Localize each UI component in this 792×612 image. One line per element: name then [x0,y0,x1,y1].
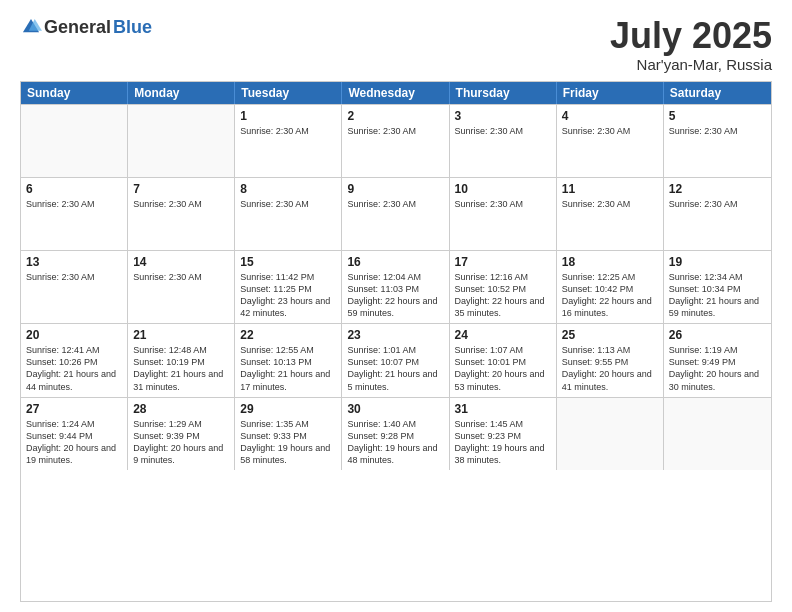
day-info: Sunrise: 2:30 AM [240,125,336,137]
calendar-cell: 10Sunrise: 2:30 AM [450,178,557,250]
day-number: 18 [562,255,658,269]
calendar-week-1: 1Sunrise: 2:30 AM2Sunrise: 2:30 AM3Sunri… [21,104,771,177]
day-info: Sunrise: 2:30 AM [26,271,122,283]
day-info: Sunrise: 1:19 AM Sunset: 9:49 PM Dayligh… [669,344,766,393]
day-info: Sunrise: 2:30 AM [133,271,229,283]
calendar-cell: 16Sunrise: 12:04 AM Sunset: 11:03 PM Day… [342,251,449,324]
day-number: 15 [240,255,336,269]
logo-general: General [44,17,111,38]
day-info: Sunrise: 2:30 AM [562,125,658,137]
logo: GeneralBlue [20,16,152,38]
calendar-week-3: 13Sunrise: 2:30 AM14Sunrise: 2:30 AM15Su… [21,250,771,324]
day-number: 27 [26,402,122,416]
calendar-cell: 14Sunrise: 2:30 AM [128,251,235,324]
calendar-cell: 19Sunrise: 12:34 AM Sunset: 10:34 PM Day… [664,251,771,324]
calendar: Sunday Monday Tuesday Wednesday Thursday… [20,81,772,602]
day-number: 12 [669,182,766,196]
day-number: 30 [347,402,443,416]
calendar-cell: 6Sunrise: 2:30 AM [21,178,128,250]
day-info: Sunrise: 2:30 AM [240,198,336,210]
day-number: 11 [562,182,658,196]
calendar-cell: 9Sunrise: 2:30 AM [342,178,449,250]
calendar-body: 1Sunrise: 2:30 AM2Sunrise: 2:30 AM3Sunri… [21,104,771,471]
day-number: 23 [347,328,443,342]
day-info: Sunrise: 12:48 AM Sunset: 10:19 PM Dayli… [133,344,229,393]
day-info: Sunrise: 12:55 AM Sunset: 10:13 PM Dayli… [240,344,336,393]
month-title: July 2025 [610,16,772,56]
day-info: Sunrise: 1:24 AM Sunset: 9:44 PM Dayligh… [26,418,122,467]
calendar-cell: 27Sunrise: 1:24 AM Sunset: 9:44 PM Dayli… [21,398,128,471]
calendar-cell [557,398,664,471]
weekday-friday: Friday [557,82,664,104]
day-number: 26 [669,328,766,342]
day-number: 25 [562,328,658,342]
day-number: 2 [347,109,443,123]
calendar-cell: 23Sunrise: 1:01 AM Sunset: 10:07 PM Dayl… [342,324,449,397]
calendar-week-5: 27Sunrise: 1:24 AM Sunset: 9:44 PM Dayli… [21,397,771,471]
day-number: 1 [240,109,336,123]
calendar-cell: 4Sunrise: 2:30 AM [557,105,664,177]
day-info: Sunrise: 1:07 AM Sunset: 10:01 PM Daylig… [455,344,551,393]
weekday-saturday: Saturday [664,82,771,104]
day-info: Sunrise: 1:35 AM Sunset: 9:33 PM Dayligh… [240,418,336,467]
day-number: 3 [455,109,551,123]
day-info: Sunrise: 12:34 AM Sunset: 10:34 PM Dayli… [669,271,766,320]
weekday-wednesday: Wednesday [342,82,449,104]
calendar-cell: 18Sunrise: 12:25 AM Sunset: 10:42 PM Day… [557,251,664,324]
calendar-week-2: 6Sunrise: 2:30 AM7Sunrise: 2:30 AM8Sunri… [21,177,771,250]
day-info: Sunrise: 1:45 AM Sunset: 9:23 PM Dayligh… [455,418,551,467]
weekday-thursday: Thursday [450,82,557,104]
header: GeneralBlue July 2025 Nar'yan-Mar, Russi… [20,16,772,73]
day-number: 22 [240,328,336,342]
calendar-cell [128,105,235,177]
calendar-cell: 1Sunrise: 2:30 AM [235,105,342,177]
day-info: Sunrise: 1:40 AM Sunset: 9:28 PM Dayligh… [347,418,443,467]
weekday-sunday: Sunday [21,82,128,104]
calendar-cell [21,105,128,177]
day-info: Sunrise: 2:30 AM [347,198,443,210]
day-number: 31 [455,402,551,416]
calendar-cell: 26Sunrise: 1:19 AM Sunset: 9:49 PM Dayli… [664,324,771,397]
calendar-cell: 22Sunrise: 12:55 AM Sunset: 10:13 PM Day… [235,324,342,397]
calendar-cell: 12Sunrise: 2:30 AM [664,178,771,250]
calendar-cell: 24Sunrise: 1:07 AM Sunset: 10:01 PM Dayl… [450,324,557,397]
calendar-cell: 29Sunrise: 1:35 AM Sunset: 9:33 PM Dayli… [235,398,342,471]
day-number: 6 [26,182,122,196]
day-info: Sunrise: 2:30 AM [26,198,122,210]
day-number: 13 [26,255,122,269]
calendar-cell [664,398,771,471]
calendar-cell: 15Sunrise: 11:42 PM Sunset: 11:25 PM Day… [235,251,342,324]
calendar-week-4: 20Sunrise: 12:41 AM Sunset: 10:26 PM Day… [21,323,771,397]
day-info: Sunrise: 12:16 AM Sunset: 10:52 PM Dayli… [455,271,551,320]
day-number: 8 [240,182,336,196]
day-info: Sunrise: 2:30 AM [562,198,658,210]
calendar-cell: 11Sunrise: 2:30 AM [557,178,664,250]
calendar-cell: 3Sunrise: 2:30 AM [450,105,557,177]
calendar-cell: 20Sunrise: 12:41 AM Sunset: 10:26 PM Day… [21,324,128,397]
day-number: 21 [133,328,229,342]
day-info: Sunrise: 12:41 AM Sunset: 10:26 PM Dayli… [26,344,122,393]
calendar-cell: 7Sunrise: 2:30 AM [128,178,235,250]
day-number: 16 [347,255,443,269]
logo-blue: Blue [113,17,152,38]
day-info: Sunrise: 2:30 AM [455,125,551,137]
day-number: 10 [455,182,551,196]
calendar-cell: 17Sunrise: 12:16 AM Sunset: 10:52 PM Day… [450,251,557,324]
calendar-cell: 13Sunrise: 2:30 AM [21,251,128,324]
weekday-tuesday: Tuesday [235,82,342,104]
day-info: Sunrise: 11:42 PM Sunset: 11:25 PM Dayli… [240,271,336,320]
day-number: 9 [347,182,443,196]
day-info: Sunrise: 2:30 AM [347,125,443,137]
day-number: 7 [133,182,229,196]
day-number: 28 [133,402,229,416]
calendar-header: Sunday Monday Tuesday Wednesday Thursday… [21,82,771,104]
day-number: 29 [240,402,336,416]
location-title: Nar'yan-Mar, Russia [610,56,772,73]
title-block: July 2025 Nar'yan-Mar, Russia [610,16,772,73]
day-info: Sunrise: 1:13 AM Sunset: 9:55 PM Dayligh… [562,344,658,393]
calendar-cell: 25Sunrise: 1:13 AM Sunset: 9:55 PM Dayli… [557,324,664,397]
calendar-cell: 8Sunrise: 2:30 AM [235,178,342,250]
day-number: 4 [562,109,658,123]
calendar-cell: 30Sunrise: 1:40 AM Sunset: 9:28 PM Dayli… [342,398,449,471]
weekday-monday: Monday [128,82,235,104]
